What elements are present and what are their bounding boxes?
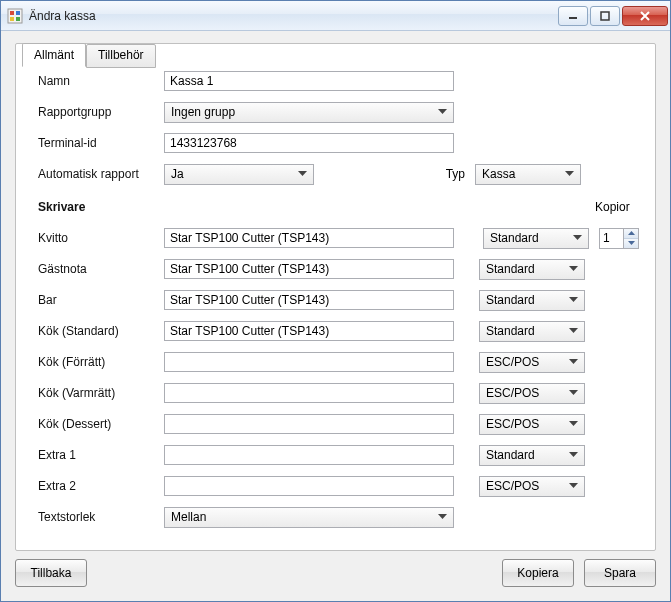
chevron-down-icon (565, 292, 582, 309)
titlebar: Ändra kassa (1, 1, 670, 31)
label-printers: Skrivare (38, 200, 154, 214)
receipt-format-select[interactable]: Standard (483, 228, 589, 249)
kitchen-starter-format-select[interactable]: ESC/POS (479, 352, 585, 373)
back-button[interactable]: Tillbaka (15, 559, 87, 587)
chevron-down-icon (565, 323, 582, 340)
name-input[interactable] (164, 71, 454, 91)
label-kopior: Kopior (595, 200, 639, 214)
kitchen-std-device-input[interactable] (164, 321, 454, 341)
tab-general[interactable]: Allmänt (22, 43, 86, 67)
tab-strip: Allmänt Tillbehör (22, 43, 156, 67)
label-receipt: Kvitto (38, 231, 154, 245)
report-group-select[interactable]: Ingen grupp (164, 102, 454, 123)
client-area: Allmänt Tillbehör Namn Rapportgrupp Inge… (1, 31, 670, 601)
auto-report-value: Ja (171, 167, 294, 181)
close-button[interactable] (622, 6, 668, 26)
app-icon (7, 8, 23, 24)
svg-rect-2 (16, 11, 20, 15)
maximize-button[interactable] (590, 6, 620, 26)
bar-device-input[interactable] (164, 290, 454, 310)
auto-report-select[interactable]: Ja (164, 164, 314, 185)
save-button[interactable]: Spara (584, 559, 656, 587)
type-value: Kassa (482, 167, 561, 181)
textsize-select[interactable]: Mellan (164, 507, 454, 528)
label-name: Namn (38, 74, 154, 88)
svg-rect-4 (16, 17, 20, 21)
label-auto-report: Automatisk rapport (38, 167, 154, 181)
chevron-down-icon (565, 354, 582, 371)
kitchen-dessert-format-select[interactable]: ESC/POS (479, 414, 585, 435)
kitchen-starter-device-input[interactable] (164, 352, 454, 372)
kitchen-std-format-select[interactable]: Standard (479, 321, 585, 342)
chevron-down-icon (565, 478, 582, 495)
label-bar: Bar (38, 293, 154, 307)
tab-accessories[interactable]: Tillbehör (86, 44, 156, 68)
chevron-down-icon (565, 447, 582, 464)
svg-rect-3 (10, 17, 14, 21)
spinner-up-icon[interactable] (624, 229, 638, 239)
extra2-format-select[interactable]: ESC/POS (479, 476, 585, 497)
chevron-down-icon (294, 166, 311, 183)
button-row: Tillbaka Kopiera Spara (15, 559, 656, 587)
svg-rect-1 (10, 11, 14, 15)
spinner-down-icon[interactable] (624, 239, 638, 248)
label-kitchen-main: Kök (Varmrätt) (38, 386, 154, 400)
label-kitchen-std: Kök (Standard) (38, 324, 154, 338)
label-textsize: Textstorlek (38, 510, 154, 524)
copy-button[interactable]: Kopiera (502, 559, 574, 587)
tab-panel: Allmänt Tillbehör Namn Rapportgrupp Inge… (15, 43, 656, 551)
label-type: Typ (437, 167, 465, 181)
window: Ändra kassa Allmänt Tillbehör Namn (0, 0, 671, 602)
label-kitchen-dessert: Kök (Dessert) (38, 417, 154, 431)
chevron-down-icon (434, 509, 451, 526)
chevron-down-icon (565, 385, 582, 402)
chevron-down-icon (565, 261, 582, 278)
extra1-device-input[interactable] (164, 445, 454, 465)
extra1-format-select[interactable]: Standard (479, 445, 585, 466)
chevron-down-icon (569, 230, 586, 247)
window-controls (558, 6, 668, 26)
guestnote-format-select[interactable]: Standard (479, 259, 585, 280)
chevron-down-icon (434, 104, 451, 121)
label-extra2: Extra 2 (38, 479, 154, 493)
kitchen-main-device-input[interactable] (164, 383, 454, 403)
label-kitchen-starter: Kök (Förrätt) (38, 355, 154, 369)
minimize-button[interactable] (558, 6, 588, 26)
kopior-input[interactable] (599, 228, 623, 249)
window-title: Ändra kassa (29, 9, 558, 23)
chevron-down-icon (565, 416, 582, 433)
svg-rect-6 (601, 12, 609, 20)
bar-format-select[interactable]: Standard (479, 290, 585, 311)
receipt-device-input[interactable] (164, 228, 454, 248)
label-report-group: Rapportgrupp (38, 105, 154, 119)
kitchen-main-format-select[interactable]: ESC/POS (479, 383, 585, 404)
form: Namn Rapportgrupp Ingen grupp Terminal-i… (38, 70, 639, 528)
type-select[interactable]: Kassa (475, 164, 581, 185)
label-guestnote: Gästnota (38, 262, 154, 276)
label-extra1: Extra 1 (38, 448, 154, 462)
guestnote-device-input[interactable] (164, 259, 454, 279)
terminal-id-input[interactable] (164, 133, 454, 153)
report-group-value: Ingen grupp (171, 105, 434, 119)
label-terminal-id: Terminal-id (38, 136, 154, 150)
chevron-down-icon (561, 166, 578, 183)
extra2-device-input[interactable] (164, 476, 454, 496)
kopior-spinner[interactable] (599, 228, 639, 249)
kitchen-dessert-device-input[interactable] (164, 414, 454, 434)
